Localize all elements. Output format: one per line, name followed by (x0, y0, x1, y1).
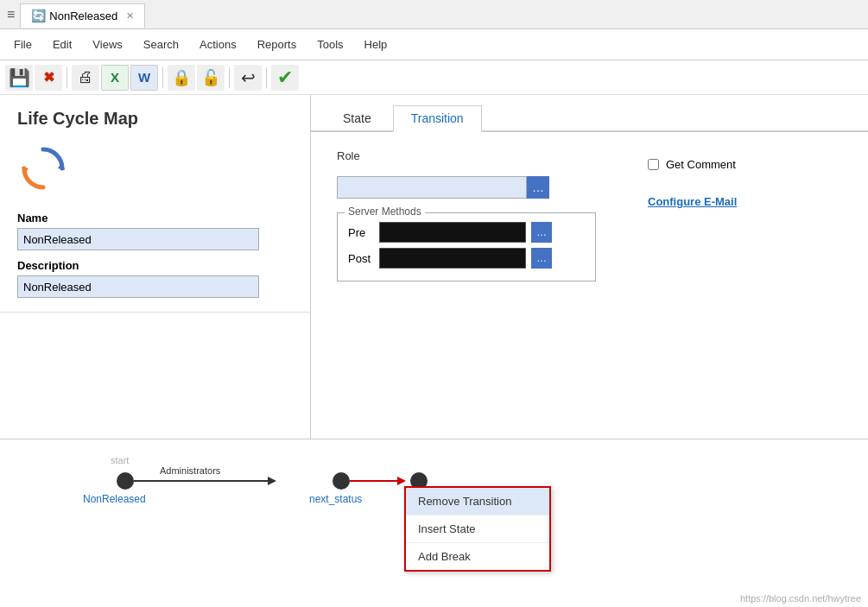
toolbar-separator-2 (162, 67, 163, 88)
node-1[interactable] (117, 472, 134, 490)
role-row: Role (337, 149, 596, 162)
node-2-label: next_status (309, 493, 362, 505)
right-options: Get Comment Configure E-Mail (648, 149, 737, 281)
toolbar-separator-4 (266, 67, 267, 88)
role-label: Role (337, 149, 371, 162)
pre-row: Pre … (348, 222, 585, 243)
post-row: Post … (348, 248, 585, 269)
diagram-area: start NonReleased Administrators next_st… (0, 439, 868, 607)
panel-title: Life Cycle Map (17, 109, 293, 129)
check-button[interactable]: ✔ (271, 65, 299, 91)
menu-actions[interactable]: Actions (189, 33, 247, 56)
node-2[interactable] (333, 472, 350, 490)
save-button[interactable]: 💾 (5, 65, 33, 91)
role-browse-button[interactable]: … (527, 176, 549, 199)
context-menu-add-break[interactable]: Add Break (406, 543, 549, 570)
description-input[interactable] (17, 275, 259, 298)
configure-email-link[interactable]: Configure E-Mail (648, 195, 737, 208)
get-comment-row: Get Comment (648, 158, 737, 171)
tab-state-label: State (343, 111, 371, 125)
post-browse-button[interactable]: … (531, 248, 552, 269)
transition-content: Role … Server Methods Pre (311, 132, 868, 299)
server-methods-label: Server Methods (345, 205, 425, 218)
menu-search[interactable]: Search (133, 33, 189, 56)
name-input[interactable] (17, 228, 259, 250)
node-1-label: NonReleased (83, 493, 146, 505)
arrow-line-2 (350, 480, 402, 482)
tab-transition[interactable]: Transition (393, 105, 482, 132)
title-bar: ≡ 🔄 NonReleased ✕ (0, 0, 868, 29)
cycle-svg (17, 142, 69, 194)
toolbar-separator-3 (229, 67, 230, 88)
menu-help[interactable]: Help (354, 33, 398, 56)
menu-bar: File Edit Views Search Actions Reports T… (0, 29, 868, 60)
lock-button[interactable]: 🔒 (168, 65, 195, 91)
arrow-line-1 (134, 480, 272, 482)
context-menu-insert-state[interactable]: Insert State (406, 515, 549, 543)
pre-browse-button[interactable]: … (531, 222, 552, 243)
description-label: Description (17, 259, 293, 272)
role-input[interactable] (337, 176, 527, 199)
watermark: https://blog.csdn.net/hwytree (740, 593, 861, 604)
tab-close-icon[interactable]: ✕ (126, 10, 134, 22)
tabs-header: State Transition (311, 95, 868, 132)
left-form: Role … Server Methods Pre (337, 149, 596, 281)
role-browse-icon: … (532, 180, 544, 194)
start-label: start (111, 455, 129, 465)
server-methods-group: Server Methods Pre … Post (337, 212, 596, 281)
document-tab[interactable]: 🔄 NonReleased ✕ (20, 3, 145, 28)
post-browse-icon: … (536, 252, 547, 264)
hamburger-icon[interactable]: ≡ (7, 7, 15, 22)
lifecycle-icon (17, 142, 69, 194)
get-comment-checkbox[interactable] (648, 159, 659, 170)
name-label: Name (17, 212, 293, 224)
undo-button[interactable]: ↩ (234, 65, 262, 91)
context-menu-remove-transition[interactable]: Remove Transition (406, 488, 549, 515)
excel-button[interactable]: X (101, 65, 129, 91)
menu-tools[interactable]: Tools (307, 33, 353, 56)
pre-label: Pre (348, 226, 374, 239)
arrowhead-1 (268, 477, 276, 485)
word-button[interactable]: W (130, 65, 158, 91)
arrowhead-2 (397, 477, 406, 485)
post-input[interactable] (379, 248, 526, 269)
menu-views[interactable]: Views (82, 33, 132, 56)
pre-input[interactable] (379, 222, 526, 243)
diagram-canvas: start NonReleased Administrators next_st… (0, 439, 868, 607)
get-comment-label: Get Comment (666, 158, 736, 171)
close-button[interactable]: ✖ (35, 65, 62, 91)
tab-cycle-icon: 🔄 (31, 9, 46, 22)
menu-reports[interactable]: Reports (247, 33, 307, 56)
transition-label: Administrators (160, 465, 220, 476)
unlock-button[interactable]: 🔓 (197, 65, 225, 91)
menu-file[interactable]: File (3, 33, 42, 56)
tab-state[interactable]: State (325, 105, 390, 132)
print-button[interactable]: 🖨 (72, 65, 99, 91)
toolbar: 💾 ✖ 🖨 X W 🔒 🔓 ↩ ✔ (0, 60, 868, 95)
toolbar-separator-1 (67, 67, 67, 88)
tab-transition-label: Transition (411, 111, 464, 125)
post-label: Post (348, 252, 374, 265)
left-top-section: Life Cycle Map Name Description (0, 95, 310, 313)
pre-browse-icon: … (536, 226, 547, 238)
context-menu: Remove Transition Insert State Add Break (404, 486, 551, 572)
tab-label: NonReleased (49, 9, 117, 22)
menu-edit[interactable]: Edit (42, 33, 82, 56)
